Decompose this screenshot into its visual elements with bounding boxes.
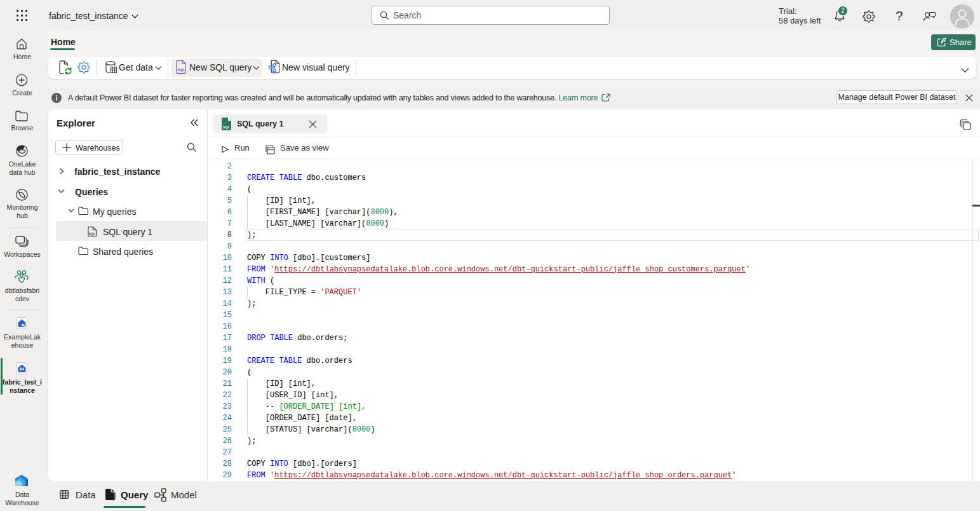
svg-text:SQL: SQL: [89, 232, 95, 236]
svg-text:SQL: SQL: [177, 67, 185, 72]
svg-text:SQL: SQL: [223, 125, 231, 129]
